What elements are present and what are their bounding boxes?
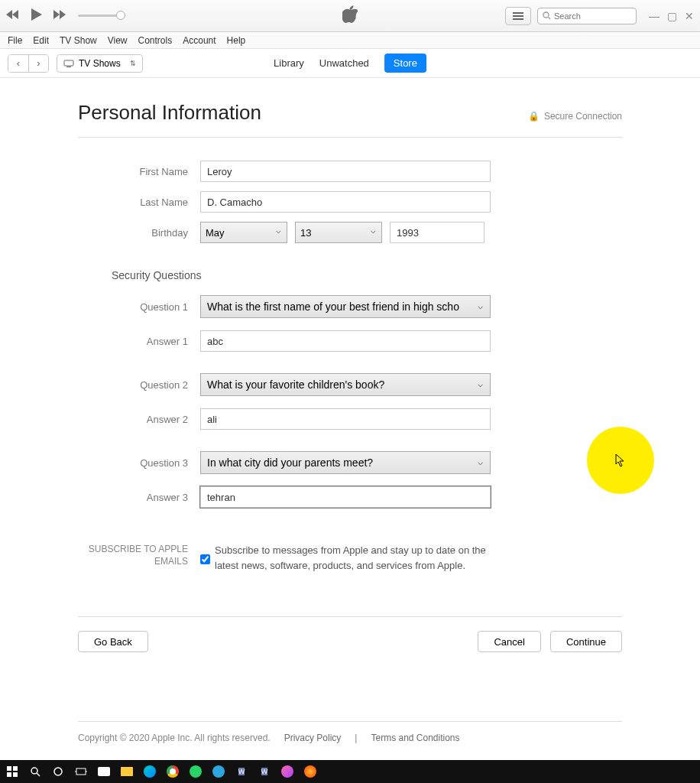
list-view-button[interactable]: [505, 7, 531, 25]
play-icon[interactable]: [31, 8, 43, 24]
itunes-icon[interactable]: [278, 762, 297, 781]
first-name-label: First Name: [78, 166, 200, 177]
minimize-icon[interactable]: —: [649, 10, 659, 22]
last-name-label: Last Name: [78, 197, 200, 208]
chevron-updown-icon: ⇅: [130, 60, 136, 67]
menu-file[interactable]: File: [8, 35, 22, 46]
word2-icon[interactable]: W: [255, 762, 274, 781]
svg-rect-9: [7, 772, 11, 777]
answer1-input[interactable]: [200, 330, 491, 352]
close-icon[interactable]: ✕: [685, 10, 694, 22]
camera-icon[interactable]: [95, 762, 113, 781]
apple-logo-icon: [342, 5, 358, 27]
forward-button[interactable]: ›: [28, 55, 48, 72]
answer2-label: Answer 2: [78, 414, 200, 425]
go-back-button[interactable]: Go Back: [78, 631, 148, 652]
svg-line-4: [549, 18, 551, 20]
search-icon: [543, 11, 551, 20]
question2-label: Question 2: [78, 379, 200, 391]
svg-point-13: [54, 768, 62, 775]
question1-select[interactable]: What is the first name of your best frie…: [200, 295, 491, 318]
tv-icon: [63, 60, 74, 67]
menu-help[interactable]: Help: [227, 35, 246, 46]
search-taskbar-icon[interactable]: [26, 762, 44, 781]
security-questions-heading: Security Questions: [112, 269, 622, 281]
subscribe-label: SUBSCRIBE TO APPLE EMAILS: [78, 543, 200, 573]
cursor-highlight: [587, 427, 654, 494]
menu-controls[interactable]: Controls: [138, 35, 173, 46]
terms-link[interactable]: Terms and Conditions: [371, 733, 459, 743]
menu-edit[interactable]: Edit: [33, 35, 49, 46]
whatsapp-icon[interactable]: [186, 762, 205, 781]
question1-label: Question 1: [78, 301, 200, 313]
secure-connection: 🔒 Secure Connection: [528, 111, 622, 122]
back-button[interactable]: ‹: [8, 55, 28, 72]
app-red-icon[interactable]: [347, 762, 365, 781]
sub-nav: ‹ › TV Shows ⇅ Library Unwatched Store: [0, 49, 700, 78]
question3-select[interactable]: In what city did your parents meet?: [200, 451, 491, 474]
volume-slider[interactable]: [78, 15, 124, 17]
answer3-input[interactable]: [200, 486, 491, 508]
tab-store[interactable]: Store: [384, 54, 426, 73]
continue-button[interactable]: Continue: [550, 631, 622, 652]
svg-rect-14: [76, 768, 86, 775]
birthday-year-input[interactable]: [390, 222, 484, 243]
nav-tabs: Library Unwatched Store: [274, 54, 426, 73]
svg-rect-2: [513, 18, 523, 20]
svg-point-11: [31, 768, 37, 774]
answer3-label: Answer 3: [78, 492, 200, 503]
footer: Copyright © 2020 Apple Inc. All rights r…: [78, 721, 622, 743]
svg-rect-5: [64, 60, 73, 66]
app-green-icon[interactable]: [324, 762, 342, 781]
taskbar: W W: [0, 760, 700, 783]
subscribe-text: Subscribe to messages from Apple and sta…: [215, 543, 505, 573]
taskview-icon[interactable]: [72, 762, 90, 781]
back-forward: ‹ ›: [8, 54, 49, 73]
explorer-icon[interactable]: [118, 762, 136, 781]
maximize-icon[interactable]: ▢: [667, 10, 677, 22]
birthday-day-select[interactable]: 13: [295, 222, 382, 243]
birthday-label: Birthday: [78, 227, 200, 239]
edge-icon[interactable]: [141, 762, 159, 781]
start-icon[interactable]: [3, 762, 21, 781]
menu-view[interactable]: View: [108, 35, 128, 46]
cortana-icon[interactable]: [49, 762, 67, 781]
question2-select[interactable]: What is your favorite children's book?: [200, 373, 491, 396]
menu-tvshow[interactable]: TV Show: [60, 35, 97, 46]
lock-icon: 🔒: [528, 111, 540, 122]
svg-rect-1: [513, 15, 523, 17]
main-content: Personal Information 🔒 Secure Connection…: [75, 101, 625, 743]
question3-label: Question 3: [78, 457, 200, 469]
chrome-icon[interactable]: [164, 762, 182, 781]
tab-library[interactable]: Library: [274, 57, 304, 69]
page-title: Personal Information: [78, 101, 261, 125]
first-name-input[interactable]: [200, 161, 491, 182]
copyright-text: Copyright © 2020 Apple Inc. All rights r…: [78, 733, 271, 743]
svg-point-3: [543, 12, 549, 18]
svg-rect-10: [13, 772, 18, 777]
footer-sep: |: [355, 733, 357, 743]
birthday-month-select[interactable]: May: [200, 222, 287, 243]
media-type-dropdown[interactable]: TV Shows ⇅: [57, 54, 143, 73]
cursor-icon: [615, 453, 626, 467]
tab-unwatched[interactable]: Unwatched: [319, 57, 369, 69]
svg-rect-0: [513, 12, 523, 14]
menu-account[interactable]: Account: [183, 35, 216, 46]
svg-rect-6: [66, 67, 71, 67]
playback-controls: [6, 8, 67, 24]
word-icon[interactable]: W: [232, 762, 251, 781]
answer2-input[interactable]: [200, 408, 491, 430]
subscribe-checkbox[interactable]: [200, 545, 210, 573]
firefox-icon[interactable]: [301, 762, 319, 781]
forward-icon[interactable]: [53, 9, 67, 23]
cancel-button[interactable]: Cancel: [478, 631, 540, 652]
search-placeholder: Search: [554, 11, 581, 21]
secure-text: Secure Connection: [544, 111, 622, 122]
search-input[interactable]: Search: [537, 8, 637, 24]
player-bar: Search — ▢ ✕: [0, 0, 700, 32]
telegram-icon[interactable]: [209, 762, 228, 781]
privacy-link[interactable]: Privacy Policy: [284, 733, 342, 743]
rewind-icon[interactable]: [6, 9, 20, 23]
svg-rect-8: [13, 766, 18, 771]
last-name-input[interactable]: [200, 191, 491, 213]
